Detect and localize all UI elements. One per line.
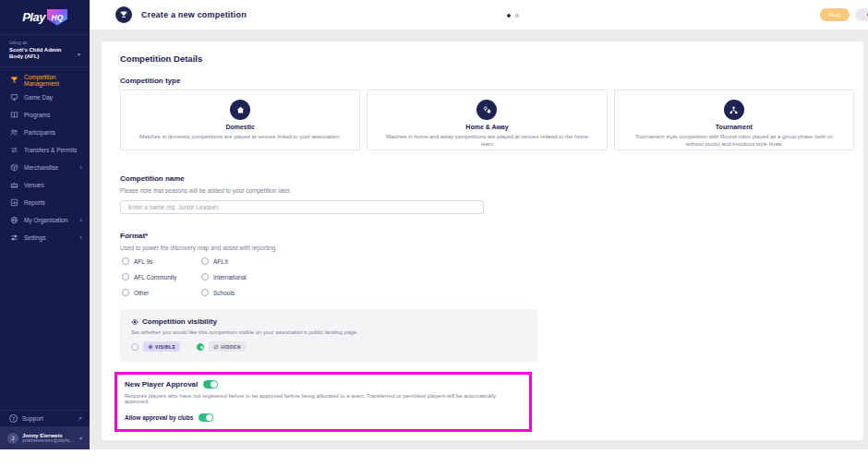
format-options: AFL 9s AFLX AFL Community International … (122, 257, 331, 296)
eye-off-icon (213, 344, 219, 350)
user-email: jonathaneierweis@playhq.com (22, 438, 76, 443)
format-option-aflx[interactable]: AFLX (201, 257, 331, 265)
trophy-icon (115, 6, 132, 23)
format-label: Format* (120, 232, 148, 240)
sidebar-menu: Competition Management Game Day Programs… (0, 67, 90, 246)
visibility-section: Competition visibility Set whether you w… (120, 309, 537, 362)
visibility-label: Competition visibility (142, 317, 217, 326)
format-note: Used to power the discovery map and assi… (120, 245, 277, 251)
sidebar-item-participants[interactable]: Participants (0, 124, 90, 141)
radio-icon (201, 257, 209, 265)
allow-approval-by-clubs-toggle[interactable] (199, 413, 213, 422)
format-option-afl-9s[interactable]: AFL 9s (122, 257, 201, 265)
sidebar-item-transfers-permits[interactable]: Transfers & Permits (0, 141, 90, 159)
home-icon (230, 100, 250, 120)
cancel-button[interactable]: Cancel (855, 8, 868, 21)
section-title: Competition Details (120, 54, 202, 64)
chevron-right-icon: › (79, 163, 82, 172)
format-option-afl-community[interactable]: AFL Community (122, 273, 201, 281)
support-label: Support (22, 415, 73, 422)
progress-dot-upcoming (515, 14, 519, 18)
avatar: J (7, 433, 18, 444)
question-icon: ? (9, 414, 18, 423)
transfer-arrows-icon (9, 146, 18, 155)
org-name: Scott's Child Admin Body (AFL) (9, 47, 74, 60)
new-player-approval-annotation: New Player Approval Requires players who… (115, 372, 532, 432)
competition-name-label: Competition name (120, 174, 185, 183)
book-icon (9, 111, 18, 120)
type-card-tournament[interactable]: Tournament Tournament style competition … (614, 90, 854, 150)
visible-badge: VISIBLE (143, 341, 180, 352)
people-icon (9, 128, 18, 137)
new-player-approval-note: Requires players who have not registered… (125, 393, 522, 404)
stadium-icon (9, 181, 18, 190)
using-as-label: Using as (9, 40, 80, 45)
chevron-right-icon: › (79, 216, 82, 224)
visibility-note: Set whether you would like this competit… (131, 329, 526, 335)
user-menu[interactable]: J Jonny Eierweis jonathaneierweis@playhq… (0, 426, 90, 449)
sidebar-item-reports[interactable]: Reports (0, 194, 90, 211)
sidebar-item-programs[interactable]: Programs (0, 106, 90, 124)
type-card-domestic[interactable]: Domestic Matches in domestic competition… (120, 90, 360, 150)
playhq-logo: Play HQ (0, 0, 90, 35)
sidebar-item-merchandise[interactable]: Merchandise › (0, 159, 90, 176)
sidebar: Play HQ Using as Scott's Child Admin Bod… (0, 0, 90, 449)
radio-icon (122, 273, 129, 281)
sidebar-support[interactable]: ? Support ↗ (0, 410, 90, 426)
eye-icon (148, 344, 153, 350)
sidebar-item-game-day[interactable]: Game Day (0, 89, 90, 106)
new-player-approval-toggle[interactable] (203, 380, 218, 388)
radio-icon (122, 289, 129, 296)
radio-icon (201, 273, 209, 281)
package-icon (9, 163, 18, 173)
next-button[interactable]: Next (820, 8, 850, 21)
competition-type-label: Competition type (120, 77, 180, 85)
format-option-other[interactable]: Other (122, 289, 201, 296)
progress-dot-current (507, 14, 511, 18)
logo-play-text: Play (22, 10, 45, 24)
competition-details-card: Competition Details Competition type Dom… (102, 42, 863, 440)
chevron-down-icon: ▾ (78, 51, 80, 57)
app-window: Play HQ Using as Scott's Child Admin Bod… (0, 0, 868, 449)
logo-hq-shield-icon: HQ (47, 9, 67, 26)
top-bar: Create a new competition Next Cancel (90, 0, 868, 30)
trophy-icon (9, 76, 18, 85)
sidebar-item-competition-management[interactable]: Competition Management (0, 71, 90, 89)
chevron-right-icon: › (79, 233, 82, 242)
allow-approval-by-clubs-label: Allow approval by clubs (125, 414, 193, 421)
competition-name-input[interactable] (120, 200, 484, 214)
eye-icon (131, 318, 139, 326)
new-player-approval-label: New Player Approval (125, 380, 198, 388)
hidden-badge: HIDDEN (209, 341, 246, 352)
format-option-schools[interactable]: Schools (201, 289, 331, 296)
org-switcher[interactable]: Using as Scott's Child Admin Body (AFL) … (0, 35, 90, 67)
type-card-home-away[interactable]: Home & Away Matches in home and away com… (367, 90, 607, 150)
visible-radio[interactable] (131, 343, 139, 351)
sliders-icon (9, 233, 18, 243)
scoreboard-icon (9, 93, 18, 102)
map-pins-icon (476, 100, 497, 120)
hidden-radio[interactable] (197, 343, 204, 351)
progress-steps (507, 14, 519, 18)
sidebar-item-settings[interactable]: Settings › (0, 229, 90, 246)
competition-name-note: Please note that seasons will be added t… (120, 187, 291, 194)
radio-icon (201, 289, 209, 296)
sidebar-item-venues[interactable]: Venues (0, 176, 90, 194)
external-link-icon: ↗ (78, 415, 82, 423)
chevron-down-icon: ▾ (79, 435, 82, 441)
page-title: Create a new competition (141, 10, 247, 19)
sidebar-item-my-organisation[interactable]: My Organisation › (0, 211, 90, 229)
format-option-international[interactable]: International (201, 273, 331, 281)
chart-icon (9, 198, 18, 208)
radio-icon (122, 257, 129, 265)
globe-icon (9, 216, 18, 225)
bracket-icon (724, 100, 744, 120)
competition-type-cards: Domestic Matches in domestic competition… (120, 90, 854, 150)
